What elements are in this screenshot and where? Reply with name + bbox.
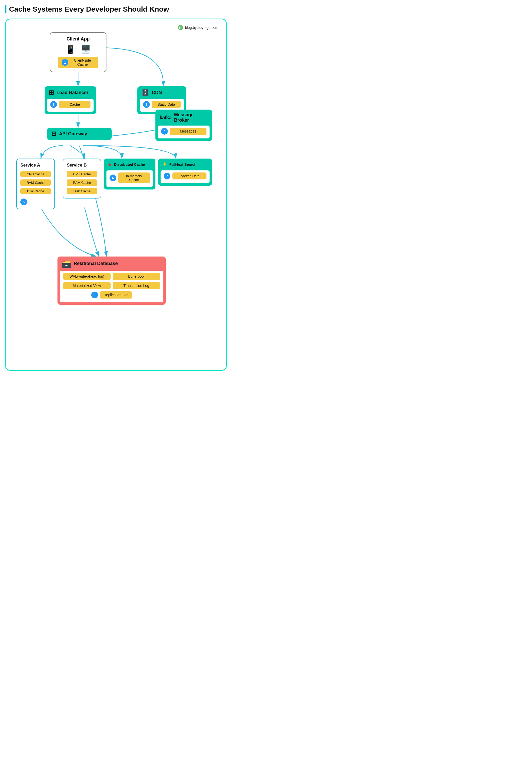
service-a-node: Service A CPU Cache RAM Cache Disk Cache… — [16, 159, 55, 209]
client-icons: 📱 🖥️ — [65, 44, 91, 54]
phone-icon: 📱 — [65, 44, 75, 54]
diagram-container: B blog.bytebytego.com — [5, 19, 227, 371]
badge-4: 4 — [161, 128, 168, 135]
db-icon: 🗃️ — [62, 259, 71, 268]
api-gateway-header: ⊟ API Gateway — [47, 128, 111, 140]
badge-3: 3 — [50, 101, 57, 108]
service-b-disk-cache: Disk Cache — [67, 188, 97, 194]
lb-icon: ⊞ — [49, 89, 54, 96]
service-b-ram-cache: RAM Cache — [67, 179, 97, 186]
badge-2: 2 — [143, 101, 150, 108]
client-app-title: Client App — [66, 36, 89, 42]
message-broker-node: kafka Message Broker 4 Messages — [156, 110, 212, 141]
load-balancer-header: ⊞ Load Balancer — [45, 86, 96, 99]
diagram-area: Client App 📱 🖥️ 1 Client-side Cache ⊞ Lo… — [11, 27, 232, 362]
fulltext-search-body: 7 Indexed Data — [161, 170, 210, 183]
badge-5: 5 — [20, 199, 27, 205]
materialized-view-cache: Materialized View — [63, 282, 110, 289]
relational-db-node: 🗃️ Relational Database WAL(write-ahead l… — [57, 256, 166, 305]
badge-1: 1 — [62, 59, 68, 66]
api-gateway-node: ⊟ API Gateway — [47, 128, 111, 140]
message-broker-header: kafka Message Broker — [156, 110, 212, 126]
service-b-title: Service B — [67, 163, 97, 168]
badge-8: 8 — [91, 292, 98, 298]
badge-7: 7 — [164, 173, 170, 179]
page-title: Cache Systems Every Developer Should Kno… — [5, 5, 227, 13]
transaction-log-cache: Transaction Log — [112, 282, 160, 289]
relational-db-body: WAL(write-ahead log) Bufferpool Material… — [60, 271, 163, 302]
load-balancer-node: ⊞ Load Balancer 3 Cache — [45, 86, 96, 114]
elastic-icon: ✦ — [162, 161, 167, 168]
client-app-node: Client App 📱 🖥️ 1 Client-side Cache — [50, 32, 106, 72]
service-a-title: Service A — [20, 163, 51, 168]
service-b-node: Service B CPU Cache RAM Cache Disk Cache — [63, 159, 101, 199]
cdn-icon: 🗄️ — [142, 89, 149, 96]
distributed-cache-body: 6 In-memory Cache — [106, 170, 153, 187]
monitor-icon: 🖥️ — [81, 44, 91, 54]
bufferpool-cache: Bufferpool — [112, 273, 160, 280]
client-side-cache-badge: 1 Client-side Cache — [58, 57, 98, 68]
load-balancer-body: 3 Cache — [47, 99, 93, 112]
service-a-cpu-cache: CPU Cache — [20, 171, 51, 177]
relational-db-header: 🗃️ Relational Database — [57, 256, 166, 271]
gateway-icon: ⊟ — [51, 130, 56, 138]
fulltext-search-node: ✦ Full-text Search 7 Indexed Data — [158, 159, 212, 186]
service-a-disk-cache: Disk Cache — [20, 188, 51, 194]
kafka-icon: kafka — [160, 115, 172, 121]
badge-6: 6 — [109, 175, 116, 181]
service-a-ram-cache: RAM Cache — [20, 179, 51, 186]
message-broker-body: 4 Messages — [158, 126, 210, 139]
service-b-cpu-cache: CPU Cache — [67, 171, 97, 177]
distributed-cache-header: ● Distributed Cache — [104, 159, 156, 170]
fulltext-search-header: ✦ Full-text Search — [158, 159, 212, 170]
wal-cache: WAL(write-ahead log) — [63, 273, 110, 280]
redis-icon: ● — [108, 161, 111, 168]
cdn-header: 🗄️ CDN — [138, 86, 186, 99]
distributed-cache-node: ● Distributed Cache 6 In-memory Cache — [104, 159, 156, 189]
